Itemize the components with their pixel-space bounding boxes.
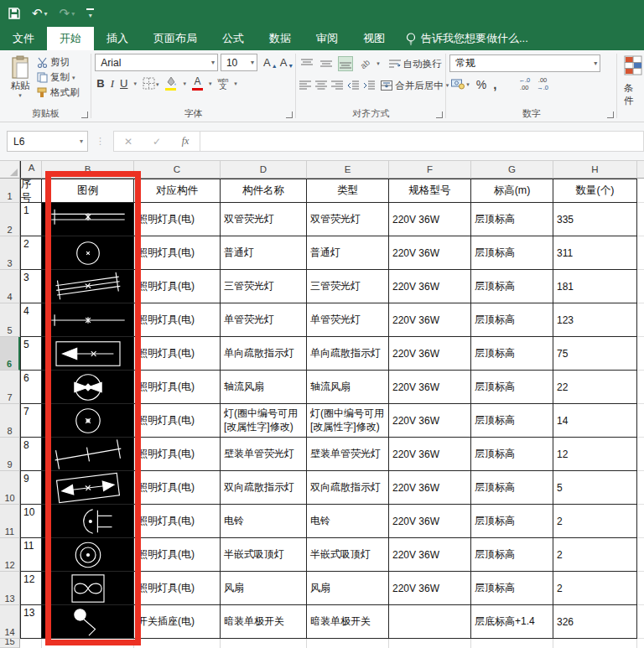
header-cell-spec[interactable]: 规格型号 (389, 179, 471, 203)
cell-spec[interactable]: 220V 36W (389, 505, 471, 538)
cell-elevation[interactable]: 层顶标高 (471, 572, 553, 605)
header-cell-type[interactable]: 类型 (307, 179, 389, 203)
row-header-2[interactable]: 2 (0, 203, 20, 236)
increase-decimal-button[interactable]: ←.0.00 (518, 77, 530, 91)
cell-legend[interactable] (42, 337, 134, 371)
cell-qty[interactable]: 2 (553, 505, 637, 538)
cell-component[interactable]: 照明灯具(电) (134, 303, 221, 337)
cell-empty[interactable] (471, 639, 553, 648)
cell-legend[interactable] (42, 236, 134, 270)
cell-legend[interactable] (42, 203, 134, 236)
column-header-G[interactable]: G (471, 161, 553, 179)
column-header-B[interactable]: B (42, 161, 134, 179)
tab-formulas[interactable]: 公式 (210, 27, 257, 50)
header-cell-name[interactable]: 构件名称 (221, 179, 307, 203)
select-all-corner[interactable] (0, 161, 20, 179)
cell-component[interactable]: 开关插座(电) (134, 605, 221, 639)
cell-seq[interactable]: 13 (20, 605, 42, 639)
cell-spec[interactable]: 220V 36W (389, 471, 471, 505)
header-cell-elevation[interactable]: 标高(m) (471, 179, 553, 203)
cell-name[interactable]: 风扇 (221, 572, 307, 605)
chevron-down-icon[interactable]: ▾ (377, 60, 380, 67)
column-header-H[interactable]: H (553, 161, 637, 179)
clipboard-dialog-launcher-icon[interactable] (81, 111, 88, 118)
row-header-9[interactable]: 9 (0, 438, 20, 471)
cell-component[interactable]: 照明灯具(电) (134, 572, 221, 605)
cell-seq[interactable]: 7 (20, 404, 42, 438)
percent-style-button[interactable]: % (476, 78, 486, 91)
row-header-12[interactable]: 12 (0, 538, 20, 572)
save-button[interactable] (8, 8, 20, 19)
borders-button[interactable]: ▾ (143, 77, 159, 90)
cell-qty[interactable]: 14 (553, 404, 637, 438)
cell-name[interactable]: 双向疏散指示灯 (221, 471, 307, 505)
cell-name[interactable]: 双管荧光灯 (221, 203, 307, 236)
header-cell-legend[interactable]: 图例 (42, 179, 134, 203)
cell-qty[interactable]: 2 (553, 572, 637, 605)
cell-elevation[interactable]: 层顶标高 (471, 203, 553, 236)
alignment-dialog-launcher-icon[interactable] (436, 111, 443, 118)
cell-legend[interactable] (42, 270, 134, 303)
cell-type[interactable]: 电铃 (307, 505, 389, 538)
cell-elevation[interactable]: 层顶标高 (471, 471, 553, 505)
cell-spec[interactable]: 220V 36W (389, 236, 471, 270)
cell-legend[interactable] (42, 371, 134, 404)
cell-elevation[interactable]: 层顶标高 (471, 270, 553, 303)
cell-spec[interactable]: 220V 36W (389, 572, 471, 605)
column-header-C[interactable]: C (134, 161, 221, 179)
bottom-align-button[interactable] (338, 56, 353, 71)
cell-empty[interactable] (637, 505, 644, 538)
row-header-5[interactable]: 5 (0, 303, 20, 337)
orientation-button[interactable]: ab (355, 53, 376, 74)
cell-empty[interactable] (307, 639, 389, 648)
top-align-button[interactable] (299, 56, 314, 71)
cell-seq[interactable]: 4 (20, 303, 42, 337)
cell-component[interactable]: 照明灯具(电) (134, 438, 221, 471)
cell-name[interactable]: 灯(圈中编号可用[改属性字]修改) (221, 404, 307, 438)
cell-elevation[interactable]: 层顶标高 (471, 438, 553, 471)
column-header-A[interactable]: A (20, 161, 42, 179)
decrease-indent-button[interactable] (347, 78, 359, 93)
cell-component[interactable]: 照明灯具(电) (134, 371, 221, 404)
column-header-D[interactable]: D (221, 161, 307, 179)
font-name-combo[interactable]: Arial▾ (95, 54, 218, 71)
cell-type[interactable]: 风扇 (307, 572, 389, 605)
formula-input[interactable] (200, 131, 644, 152)
cell-name[interactable]: 壁装单管荧光灯 (221, 438, 307, 471)
column-header-E[interactable]: E (307, 161, 389, 179)
cell-name[interactable]: 暗装单极开关 (221, 605, 307, 639)
row-header-6[interactable]: 6 (0, 337, 20, 371)
cell-empty[interactable] (637, 236, 644, 270)
cell-type[interactable]: 单管荧光灯 (307, 303, 389, 337)
cell-empty[interactable] (637, 438, 644, 471)
cell-empty[interactable] (637, 371, 644, 404)
cell-empty[interactable] (637, 179, 644, 203)
cell-empty[interactable] (637, 605, 644, 639)
enter-button[interactable]: ✓ (143, 136, 171, 148)
cell-type[interactable]: 双向疏散指示灯 (307, 471, 389, 505)
cell-name[interactable]: 半嵌式吸顶灯 (221, 538, 307, 572)
cell-elevation[interactable]: 层顶标高 (471, 404, 553, 438)
cell-seq[interactable]: 12 (20, 572, 42, 605)
chevron-down-icon[interactable]: ▾ (133, 80, 137, 87)
row-header-10[interactable]: 10 (0, 471, 20, 505)
align-center-button[interactable] (315, 78, 327, 93)
cell-empty[interactable] (637, 404, 644, 438)
cell-component[interactable]: 照明灯具(电) (134, 538, 221, 572)
cell-component[interactable]: 照明灯具(电) (134, 505, 221, 538)
cell-qty[interactable]: 326 (553, 605, 637, 639)
cell-spec[interactable]: 220V 36W (389, 438, 471, 471)
cell-type[interactable]: 灯(圈中编号可用[改属性字]修改) (307, 404, 389, 438)
cell-legend[interactable] (42, 572, 134, 605)
font-dialog-launcher-icon[interactable] (286, 111, 293, 118)
cell-seq[interactable]: 11 (20, 538, 42, 572)
cell-name[interactable]: 三管荧光灯 (221, 270, 307, 303)
cell-component[interactable]: 照明灯具(电) (134, 236, 221, 270)
undo-button[interactable]: ↶▾ (32, 6, 48, 21)
tell-me-box[interactable]: 告诉我您想要做什么... (397, 27, 537, 50)
cell-empty[interactable] (637, 572, 644, 605)
decrease-decimal-button[interactable]: .00→.0 (537, 77, 548, 91)
cell-seq[interactable]: 10 (20, 505, 42, 538)
cell-empty[interactable] (637, 639, 644, 648)
tab-file[interactable]: 文件 (0, 27, 47, 50)
